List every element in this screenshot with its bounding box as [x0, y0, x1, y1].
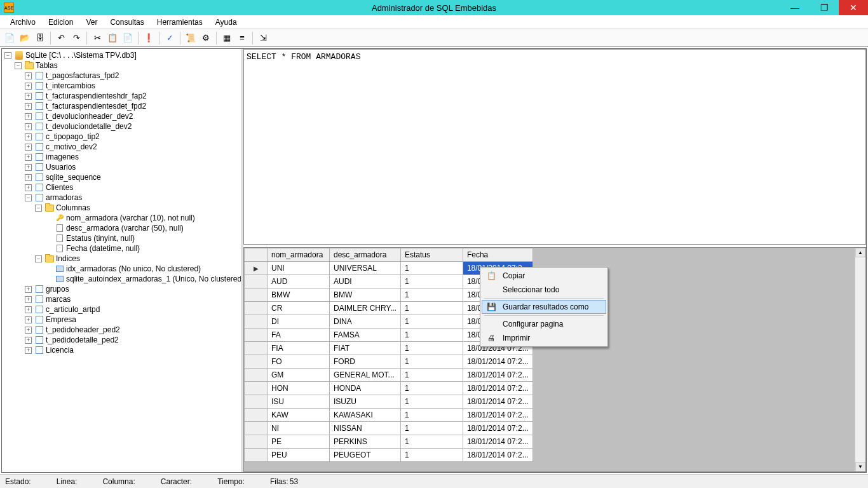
sql-editor[interactable]: SELECT * FROM ARMADORAS: [243, 49, 866, 245]
grid-cell[interactable]: 1: [400, 262, 463, 275]
grid-cell[interactable]: 18/01/2014 07:2...: [463, 435, 532, 449]
table-row[interactable]: GMGENERAL MOT...118/01/2014 07:2...: [245, 369, 533, 382]
tree-toggle[interactable]: −: [25, 194, 32, 201]
tree-index[interactable]: sqlite_autoindex_armadoras_1 (Unico, No …: [66, 274, 243, 284]
tree-pane[interactable]: −SqLite [C:\ . . .\Sistema TPV.db3]−Tabl…: [2, 49, 243, 472]
grid-cell[interactable]: AUD: [268, 275, 330, 288]
tree-toggle[interactable]: +: [25, 347, 32, 354]
grid-cell[interactable]: KAWASAKI: [330, 409, 401, 422]
grid-row-header[interactable]: [245, 288, 268, 302]
grid-cell[interactable]: 18/01/2014 07:2...: [463, 355, 532, 369]
tree-table-marcas[interactable]: marcas: [46, 294, 71, 304]
tree-toggle[interactable]: +: [25, 337, 32, 344]
table-row[interactable]: HONHONDA118/01/2014 07:2...: [245, 382, 533, 395]
grid-row-header[interactable]: [245, 302, 268, 315]
tree-toggle[interactable]: [45, 245, 52, 252]
menu-consultas[interactable]: Consultas: [104, 17, 150, 28]
tree-table-armadoras[interactable]: armadoras: [46, 193, 82, 203]
tree-indices[interactable]: Indices: [56, 254, 80, 264]
grid-row-header[interactable]: [245, 449, 268, 462]
tree-table-grupos[interactable]: grupos: [46, 284, 69, 294]
grid-header-nom_armadora[interactable]: nom_armadora: [268, 248, 330, 262]
grid-cell[interactable]: PEU: [268, 449, 330, 462]
grid-cell[interactable]: NISSAN: [330, 422, 401, 435]
grid-cell[interactable]: HON: [268, 382, 330, 395]
grid-cell[interactable]: 1: [400, 275, 463, 288]
open-db-icon[interactable]: 🗄: [33, 31, 47, 45]
grid-cell[interactable]: KAW: [268, 409, 330, 422]
tree-toggle[interactable]: −: [15, 62, 22, 69]
tree-toggle[interactable]: [45, 225, 52, 232]
text-icon[interactable]: ≡: [235, 31, 249, 45]
tree-toggle[interactable]: +: [25, 123, 32, 130]
tree-toggle[interactable]: −: [35, 205, 42, 212]
tree-table-t_intercambios[interactable]: t_intercambios: [46, 81, 95, 91]
tree-toggle[interactable]: [45, 266, 52, 273]
tree-toggle[interactable]: [45, 235, 52, 242]
grid-cell[interactable]: 1: [400, 315, 463, 329]
tree-toggle[interactable]: +: [25, 72, 32, 79]
scroll-track[interactable]: [855, 257, 865, 462]
grid-cell[interactable]: FAMSA: [330, 329, 401, 342]
tree-toggle[interactable]: +: [25, 327, 32, 334]
grid-cell[interactable]: NI: [268, 422, 330, 435]
table-row[interactable]: FOFORD118/01/2014 07:2...: [245, 355, 533, 369]
minimize-button[interactable]: —: [780, 0, 810, 15]
tree-toggle[interactable]: +: [25, 316, 32, 323]
ctx-imprimir[interactable]: 🖨Imprimir: [482, 331, 606, 345]
grid-cell[interactable]: ISU: [268, 395, 330, 409]
grid-cell[interactable]: 18/01/2014 07:2...: [463, 409, 532, 422]
export-icon[interactable]: ⇲: [256, 31, 270, 45]
menu-edicion[interactable]: Edicion: [42, 17, 79, 28]
grid-cell[interactable]: 18/01/2014 07:2...: [463, 369, 532, 382]
grid-cell[interactable]: 1: [400, 422, 463, 435]
tree-column[interactable]: Fecha (datetime, null): [66, 243, 140, 254]
grid-row-header[interactable]: [245, 355, 268, 369]
grid-cell[interactable]: 1: [400, 369, 463, 382]
tree-toggle[interactable]: +: [25, 113, 32, 120]
tree-table-Licencia[interactable]: Licencia: [46, 345, 74, 355]
tree-toggle[interactable]: −: [4, 52, 11, 59]
tree-tablas[interactable]: Tablas: [36, 60, 58, 71]
redo-icon[interactable]: ↷: [69, 31, 83, 45]
menu-archivo[interactable]: Archivo: [4, 17, 42, 28]
tree-toggle[interactable]: +: [25, 164, 32, 171]
grid-icon[interactable]: ▦: [220, 31, 234, 45]
grid-cell[interactable]: 18/01/2014 07:2...: [463, 422, 532, 435]
tree-toggle[interactable]: +: [25, 83, 32, 90]
grid-row-header[interactable]: [245, 409, 268, 422]
tree-columnas[interactable]: Columnas: [56, 203, 90, 213]
table-row[interactable]: ISUISUZU118/01/2014 07:2...: [245, 395, 533, 409]
grid-cell[interactable]: 18/01/2014 07:2...: [463, 395, 532, 409]
grid-cell[interactable]: FA: [268, 329, 330, 342]
tree-root[interactable]: SqLite [C:\ . . .\Sistema TPV.db3]: [25, 50, 137, 60]
undo-icon[interactable]: ↶: [54, 31, 68, 45]
grid-header-Estatus[interactable]: Estatus: [400, 248, 463, 262]
grid-row-header[interactable]: [245, 395, 268, 409]
grid-cell[interactable]: FO: [268, 355, 330, 369]
grid-cell[interactable]: PEUGEOT: [330, 449, 401, 462]
grid-row-header[interactable]: ▶: [245, 262, 268, 275]
menu-ayuda[interactable]: Ayuda: [209, 17, 243, 28]
tree-column[interactable]: desc_armadora (varchar (50), null): [66, 223, 184, 233]
scroll-down-icon[interactable]: ▼: [855, 462, 865, 471]
grid-corner[interactable]: [245, 248, 268, 262]
scroll-up-icon[interactable]: ▲: [855, 248, 865, 257]
grid-cell[interactable]: FIA: [268, 342, 330, 355]
grid-cell[interactable]: 1: [400, 382, 463, 395]
ctx-copiar[interactable]: 📋Copiar: [482, 269, 606, 283]
grid-cell[interactable]: ISUZU: [330, 395, 401, 409]
menu-herramientas[interactable]: Herramientas: [151, 17, 209, 28]
tree-toggle[interactable]: +: [25, 286, 32, 293]
grid-cell[interactable]: 1: [400, 288, 463, 302]
tree-column[interactable]: nom_armadora (varchar (10), not null): [66, 213, 195, 223]
tree-toggle[interactable]: +: [25, 133, 32, 140]
tree-table-t_facturaspendientesdet_fpd2[interactable]: t_facturaspendientesdet_fpd2: [46, 101, 146, 111]
tree-toggle[interactable]: [45, 215, 52, 222]
ctx-guardar-resultados[interactable]: 💾Guardar resultados como: [482, 300, 606, 314]
tree-toggle[interactable]: [45, 276, 52, 283]
grid-cell[interactable]: DI: [268, 315, 330, 329]
grid-cell[interactable]: 1: [400, 449, 463, 462]
tree-table-t_pedidodetalle_ped2[interactable]: t_pedidodetalle_ped2: [46, 335, 119, 345]
tree-toggle[interactable]: +: [25, 306, 32, 313]
